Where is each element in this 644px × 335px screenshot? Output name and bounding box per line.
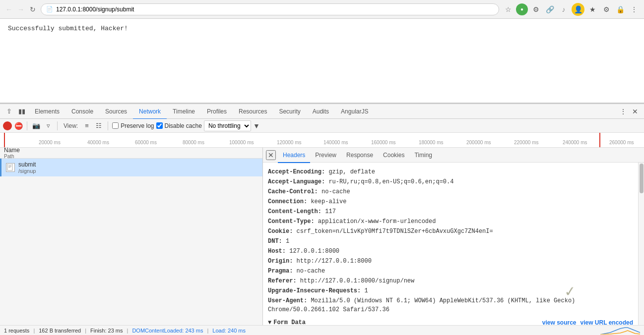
detail-tab-headers[interactable]: Headers (278, 148, 310, 163)
grid-view-icon[interactable]: ☷ (94, 121, 104, 131)
close-devtools-button[interactable]: ✕ (629, 106, 641, 117)
menu-button[interactable]: ⋮ (628, 3, 640, 15)
ruler-mark-11: 240000 ms (563, 140, 587, 145)
details-scrollbar[interactable] (638, 163, 644, 325)
browser-chrome: ← → ↻ 📄 ☆ ● ⚙ 🔗 ♪ 👤 ★ ⚙ 🔒 ⋮ (0, 0, 644, 19)
ruler-mark-9: 200000 ms (466, 140, 491, 145)
request-file-icon (5, 163, 15, 172)
details-panel: ✕ Headers Preview Response Cookies Timin… (263, 148, 644, 325)
header-value: application/x-www-form-urlencoded (315, 218, 436, 225)
stop-button[interactable]: ⛔ (14, 121, 23, 130)
bookmark-icon[interactable]: ☆ (502, 3, 514, 15)
ext-icon-4[interactable]: ♪ (558, 3, 570, 15)
ext-icon-1[interactable]: ● (516, 3, 528, 15)
header-name: Accept-Language: (268, 178, 325, 185)
url-input[interactable] (56, 6, 494, 13)
header-value: no-cache (318, 188, 350, 195)
bottom-graph (600, 327, 640, 335)
preserve-log-label[interactable]: Preserve log (112, 122, 154, 129)
view-label: View: (64, 122, 78, 129)
details-tab-bar: ✕ Headers Preview Response Cookies Timin… (263, 148, 644, 163)
header-line: Pragma: no-cache (268, 267, 633, 276)
throttle-select[interactable]: No throttling (204, 120, 251, 131)
header-name: DNT: (268, 238, 282, 245)
tab-network[interactable]: Network (133, 105, 167, 119)
ext-icon-6[interactable]: ⚙ (600, 3, 612, 15)
network-content: Name Path (0, 148, 644, 325)
ruler-mark-1: 40000 ms (87, 140, 109, 145)
ext-icon-5[interactable]: ★ (586, 3, 598, 15)
header-name: Upgrade-Insecure-Requests: (268, 287, 361, 294)
ruler-mark-5: 120000 ms (277, 140, 301, 145)
tab-resources[interactable]: Resources (233, 105, 273, 119)
view-url-encoded-btn[interactable]: view URL encoded (580, 319, 633, 325)
header-line: Cookie: csrf_token=n/LL1vKpY0Mfi7t9TDNlS… (268, 227, 633, 236)
header-line: Accept-Encoding: gzip, deflate (268, 168, 633, 176)
timeline-marker-line (599, 133, 600, 147)
back-button[interactable]: ← (4, 4, 14, 14)
camera-icon[interactable]: 📷 (31, 121, 41, 131)
ext-icon-3[interactable]: 🔗 (544, 3, 556, 15)
tab-audits[interactable]: Audits (307, 105, 335, 119)
close-details-button[interactable]: ✕ (266, 150, 276, 160)
ext-icon-7[interactable]: 🔒 (614, 3, 626, 15)
table-row[interactable]: submit /signup (0, 159, 262, 176)
detail-tab-preview[interactable]: Preview (310, 148, 341, 163)
list-view-icon[interactable]: ≡ (82, 121, 92, 131)
toolbar-separator-2 (57, 121, 58, 130)
detail-tab-cookies[interactable]: Cookies (378, 148, 409, 163)
tab-profiles[interactable]: Profiles (201, 105, 233, 119)
preserve-log-checkbox[interactable] (112, 122, 119, 129)
inspect-icon[interactable]: ⇧ (3, 106, 15, 117)
name-column-header: Name Path (0, 148, 24, 158)
ruler-mark-8: 180000 ms (419, 140, 443, 145)
requests-count: 1 requests (4, 328, 29, 334)
header-value: ru-RU,ru;q=0.8,en-US;q=0.6,en;q=0.4 (325, 178, 453, 185)
detail-tab-response[interactable]: Response (341, 148, 378, 163)
load-graph-svg (600, 327, 640, 335)
ruler-mark-12: 260000 ms (609, 140, 634, 145)
tab-elements[interactable]: Elements (29, 105, 65, 119)
header-value: 127.0.0.1:8000 (286, 248, 339, 255)
tab-console[interactable]: Console (65, 105, 99, 119)
scrollbar-thumb[interactable] (640, 164, 644, 193)
ruler-mark-10: 220000 ms (514, 140, 538, 145)
tab-sources[interactable]: Sources (99, 105, 133, 119)
headers-content: Accept-Encoding: gzip, deflateAccept-Lan… (263, 163, 638, 325)
headers-list: Accept-Encoding: gzip, deflateAccept-Lan… (268, 168, 633, 314)
disable-cache-label[interactable]: Disable cache (156, 122, 202, 129)
dom-content-loaded[interactable]: DOMContentLoaded: 243 ms (132, 328, 203, 334)
request-name: submit (18, 161, 36, 168)
form-data-title-text: Form Data (273, 319, 306, 325)
record-button[interactable] (3, 121, 12, 130)
tab-timeline[interactable]: Timeline (167, 105, 201, 119)
load-time[interactable]: Load: 240 ms (212, 328, 246, 334)
requests-header: Name Path (0, 148, 262, 159)
filter-icon[interactable]: ▿ (43, 121, 53, 131)
preserve-log-text: Preserve log (121, 122, 154, 129)
header-line: Cache-Control: no-cache (268, 187, 633, 196)
header-line: Connection: keep-alive (268, 197, 633, 206)
device-icon[interactable]: ▮▮ (16, 106, 28, 117)
header-name: Referer: (268, 278, 297, 284)
ruler-mark-0: 20000 ms (39, 140, 61, 145)
header-line: Accept-Language: ru-RU,ru;q=0.8,en-US;q=… (268, 177, 633, 186)
ruler-mark-3: 80000 ms (183, 140, 204, 145)
transferred-size: 162 B transferred (39, 328, 81, 334)
header-line: DNT: 1 (268, 237, 633, 246)
header-name: Host: (268, 248, 286, 255)
toolbar-icons: ☆ ● ⚙ 🔗 ♪ 👤 ★ ⚙ 🔒 ⋮ (502, 3, 640, 16)
forward-button[interactable]: → (16, 4, 26, 14)
reload-button[interactable]: ↻ (28, 4, 38, 14)
detail-tab-timing[interactable]: Timing (409, 148, 437, 163)
disable-cache-checkbox[interactable] (156, 122, 163, 129)
form-action-buttons: view source view URL encoded (542, 319, 633, 325)
view-source-btn[interactable]: view source (542, 319, 577, 325)
more-tabs-button[interactable]: ⋮ (617, 106, 629, 117)
tab-security[interactable]: Security (273, 105, 306, 119)
tab-angularjs[interactable]: AngularJS (335, 105, 374, 119)
header-value: 1 (282, 238, 289, 245)
header-value: 117 (322, 208, 336, 215)
ext-icon-2[interactable]: ⚙ (530, 3, 542, 15)
profile-icon[interactable]: 👤 (572, 3, 584, 16)
